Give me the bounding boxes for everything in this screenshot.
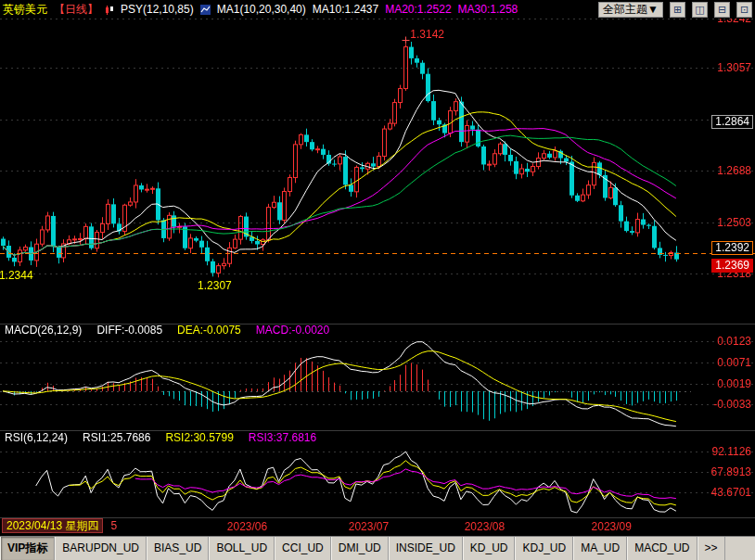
ma20-value: MA20:1.2522: [385, 3, 451, 16]
rsi2-value: RSI2:30.5799: [165, 431, 233, 444]
theme-selector-button[interactable]: 全部主题▼: [598, 2, 663, 18]
tab-kdj-ud[interactable]: KDJ_UD: [515, 537, 573, 560]
tab-vip指标[interactable]: VIP指标: [0, 537, 55, 560]
ma30-value: MA30:1.258: [458, 3, 518, 16]
candlestick-icon: [105, 5, 114, 15]
tab-dmi-ud[interactable]: DMI_UD: [331, 537, 389, 560]
window-layout-rows-button[interactable]: ⊟: [714, 2, 730, 18]
psy-indicator-label: PSY(12,10,85): [121, 3, 194, 16]
tab--[interactable]: >>: [697, 537, 725, 560]
tab-ma-ud[interactable]: MA_UD: [573, 537, 627, 560]
symbol-name: 英镑美元: [3, 2, 47, 18]
indicator-tab-bar: VIP指标BARUPDN_UDBIAS_UDBOLL_UDCCI_UDDMI_U…: [0, 536, 755, 560]
rsi-label-row: RSI(6,12,24) RSI1:25.7686 RSI2:30.5799 R…: [5, 431, 316, 444]
rsi1-value: RSI1:25.7686: [83, 431, 150, 444]
macd-label-row: MACD(26,12,9) DIFF:-0.0085 DEA:-0.0075 M…: [5, 324, 329, 337]
ma10-value: MA10:1.2437: [313, 3, 378, 16]
macd-dea-value: DEA:-0.0075: [177, 324, 241, 337]
rsi3-value: RSI3:37.6816: [249, 431, 316, 444]
period-label: 【日线】: [54, 2, 98, 18]
status-extra: 5: [110, 519, 117, 532]
macd-title: MACD(26,12,9): [5, 324, 82, 337]
tab-macd-ud[interactable]: MACD_UD: [627, 537, 697, 560]
tab-boll-ud[interactable]: BOLL_UD: [209, 537, 275, 560]
window-layout-split-button[interactable]: ◫: [692, 2, 708, 18]
chart-canvas[interactable]: [0, 19, 755, 534]
rsi-title: RSI(6,12,24): [5, 431, 68, 444]
macd-macd-value: MACD:-0.0020: [256, 324, 329, 337]
tab-inside-ud[interactable]: INSIDE_UD: [389, 537, 463, 560]
ma-group-label: MA1(10,20,30,40): [217, 3, 306, 16]
status-date-box: 2023/04/13 星期四: [2, 518, 103, 533]
tab-cci-ud[interactable]: CCI_UD: [275, 537, 331, 560]
window-layout-grid-button[interactable]: ⊞: [670, 2, 685, 18]
xaxis-status-row: 2023/04/13 星期四 5: [2, 518, 117, 533]
macd-diff-value: DIFF:-0.0085: [96, 324, 162, 337]
tab-bias-ud[interactable]: BIAS_UD: [147, 537, 209, 560]
tab-barupdn-ud[interactable]: BARUPDN_UD: [55, 537, 147, 560]
tab-kd-ud[interactable]: KD_UD: [463, 537, 516, 560]
header-bar: 英镑美元 【日线】 PSY(12,10,85) MA1(10,20,30,40)…: [0, 0, 755, 19]
window-layout-full-button[interactable]: ⊡: [736, 2, 752, 18]
ma-indicator-icon: [200, 5, 211, 15]
